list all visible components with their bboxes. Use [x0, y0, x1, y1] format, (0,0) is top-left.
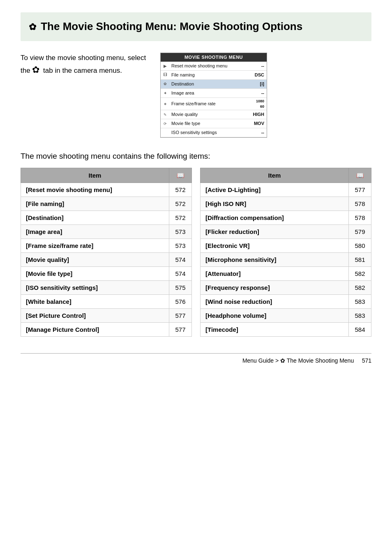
table-row: [Movie file type]574: [21, 266, 192, 280]
footer-movie-icon: ✿: [280, 357, 285, 364]
table-row: [Frequency response]582: [201, 280, 371, 294]
menu-row: ✦ Image area --: [161, 89, 267, 98]
table-row: [Timecode]584: [201, 322, 371, 336]
footer-breadcrumb: Menu Guide >: [242, 357, 280, 364]
item-cell: [Image area]: [21, 224, 169, 238]
row-value: 108060: [252, 98, 267, 110]
page-cell: 577: [169, 322, 192, 336]
menu-rows: ▶ Reset movie shooting menu -- 🎞 File na…: [161, 62, 267, 137]
camera-menu-screenshot: MOVIE SHOOTING MENU ▶ Reset movie shooti…: [160, 53, 267, 138]
row-value: MOV: [251, 120, 267, 127]
page-cell: 572: [169, 197, 192, 211]
menu-row: ⟳ Movie file type MOV: [161, 119, 267, 128]
page-cell: 578: [349, 197, 371, 211]
row-icon: ◈: [161, 101, 170, 107]
footer-text: The Movie Shooting Menu: [287, 357, 354, 364]
item-cell: [Movie quality]: [21, 252, 169, 266]
left-items-table: Item 📖 [Reset movie shooting menu]572[Fi…: [21, 168, 192, 337]
table-row: [Flicker reduction]579: [201, 224, 371, 238]
item-cell: [Electronic VR]: [201, 238, 349, 252]
row-icon: ⟳: [161, 120, 170, 127]
right-table-page-header: 📖: [349, 168, 371, 183]
title-section: ✿ The Movie Shooting Menu: Movie Shootin…: [21, 12, 371, 41]
row-label: Frame size/frame rate: [170, 100, 252, 108]
menu-row-destination: ✿ Destination [i]: [161, 80, 267, 89]
row-label: Image area: [170, 89, 252, 97]
table-row: [Attenuator]582: [201, 266, 371, 280]
page-cell: 582: [349, 280, 371, 294]
movie-icon: ✿: [29, 21, 36, 33]
table-row: [Movie quality]574: [21, 252, 192, 266]
item-cell: [Flicker reduction]: [201, 224, 349, 238]
table-row: [File naming]572: [21, 197, 192, 211]
item-cell: [Diffraction compensation]: [201, 211, 349, 224]
page-cell: 583: [349, 308, 371, 322]
page-cell: 572: [169, 183, 192, 197]
page-cell: 582: [349, 266, 371, 280]
row-label: ISO sensitivity settings: [170, 129, 252, 137]
row-label: Movie file type: [170, 120, 251, 127]
menu-row: ISO sensitivity settings --: [161, 128, 267, 137]
item-cell: [Movie file type]: [21, 266, 169, 280]
row-value: --: [252, 89, 267, 97]
page-cell: 579: [349, 224, 371, 238]
table-row: [Frame size/frame rate]573: [21, 238, 192, 252]
item-cell: [Microphone sensitivity]: [201, 252, 349, 266]
table-row: [Headphone volume]583: [201, 308, 371, 322]
item-cell: [Wind noise reduction]: [201, 294, 349, 308]
item-cell: [Timecode]: [201, 322, 349, 336]
intro-area: To view the movie shooting menu, select …: [21, 53, 371, 138]
item-cell: [Active D-Lighting]: [201, 183, 349, 197]
row-value: --: [252, 129, 267, 137]
page-cell: 574: [169, 266, 192, 280]
item-cell: [Frame size/frame rate]: [21, 238, 169, 252]
page-cell: 574: [169, 252, 192, 266]
footer-page-number: 571: [362, 357, 371, 364]
row-value: HIGH: [251, 111, 267, 118]
row-icon: ▶: [161, 62, 170, 70]
row-label: Movie quality: [170, 111, 251, 118]
page-cell: 581: [349, 252, 371, 266]
page-title: ✿ The Movie Shooting Menu: Movie Shootin…: [29, 20, 363, 34]
row-value: [i]: [252, 80, 267, 88]
row-icon: ✎: [161, 111, 170, 118]
row-icon: 🎞: [161, 72, 170, 79]
item-cell: [Manage Picture Control]: [21, 322, 169, 336]
table-row: [Image area]573: [21, 224, 192, 238]
page-cell: 577: [169, 308, 192, 322]
page-cell: 580: [349, 238, 371, 252]
item-cell: [High ISO NR]: [201, 197, 349, 211]
page-cell: 583: [349, 294, 371, 308]
item-cell: [Destination]: [21, 211, 169, 224]
left-table-page-header: 📖: [169, 168, 192, 183]
table-row: [Reset movie shooting menu]572: [21, 183, 192, 197]
intro-paragraph: To view the movie shooting menu, select …: [21, 53, 148, 77]
table-row: [ISO sensitivity settings]575: [21, 280, 192, 294]
row-label: Reset movie shooting menu: [170, 62, 252, 70]
item-cell: [White balance]: [21, 294, 169, 308]
table-row: [Diffraction compensation]578: [201, 211, 371, 224]
menu-row: 🎞 File naming DSC: [161, 71, 267, 80]
row-icon: [161, 132, 170, 134]
item-cell: [Set Picture Control]: [21, 308, 169, 322]
menu-title-bar: MOVIE SHOOTING MENU: [161, 53, 267, 62]
row-value: DSC: [252, 71, 267, 79]
item-cell: [Attenuator]: [201, 266, 349, 280]
table-spacer: [192, 168, 200, 337]
table-row: [Set Picture Control]577: [21, 308, 192, 322]
item-cell: [File naming]: [21, 197, 169, 211]
menu-row: ◈ Frame size/frame rate 108060: [161, 98, 267, 110]
table-row: [Manage Picture Control]577: [21, 322, 192, 336]
items-table-container: Item 📖 [Reset movie shooting menu]572[Fi…: [21, 168, 371, 337]
table-row: [High ISO NR]578: [201, 197, 371, 211]
row-label: File naming: [170, 71, 252, 79]
row-label: Destination: [170, 80, 252, 88]
page-cell: 575: [169, 280, 192, 294]
page-cell: 578: [349, 211, 371, 224]
table-row: [White balance]576: [21, 294, 192, 308]
page-cell: 577: [349, 183, 371, 197]
item-cell: [Headphone volume]: [201, 308, 349, 322]
section-heading: The movie shooting menu contains the fol…: [21, 151, 371, 162]
table-row: [Microphone sensitivity]581: [201, 252, 371, 266]
left-table-item-header: Item: [21, 168, 169, 183]
